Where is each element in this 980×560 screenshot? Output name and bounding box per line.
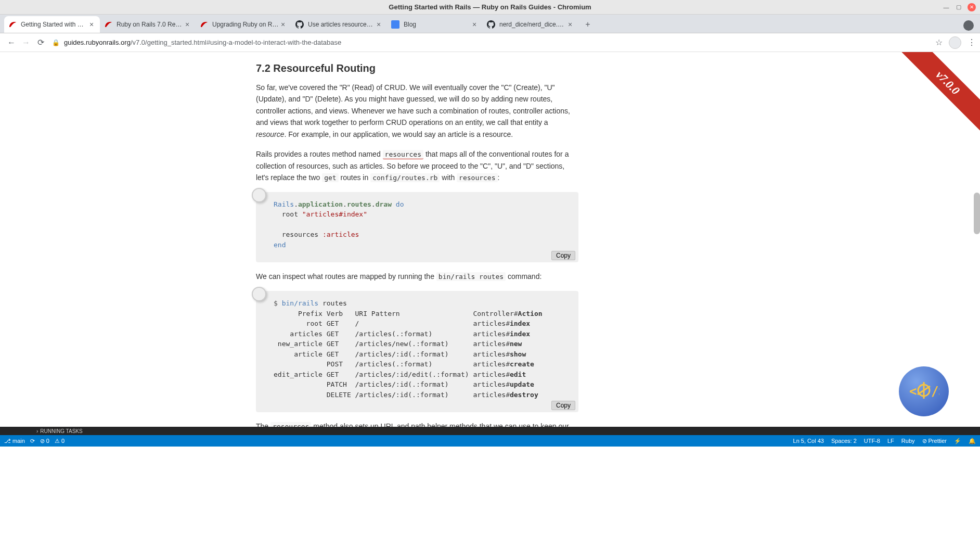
indentation[interactable]: Spaces: 2	[831, 438, 857, 444]
minimize-button[interactable]: —	[943, 4, 950, 11]
api-link-resources[interactable]: resources	[383, 150, 423, 159]
chevron-right-icon: ›	[36, 428, 38, 434]
section-heading: 7.2 Resourceful Routing	[256, 62, 578, 74]
browser-toolbar: ← → ⟳ 🔒 guides.rubyonrails.org/v7.0/gett…	[0, 33, 980, 52]
window-titlebar: Getting Started with Rails — Ruby on Rai…	[0, 0, 980, 15]
running-tasks-label: RUNNING TASKS	[40, 428, 82, 434]
browser-tab[interactable]: Blog×	[387, 16, 483, 33]
prettier-status[interactable]: ⊘ Prettier	[922, 438, 947, 444]
rails-favicon-icon	[104, 20, 112, 29]
paragraph: Rails provides a routes method named res…	[256, 148, 578, 184]
forward-button[interactable]: →	[19, 35, 33, 50]
tab-title: Upgrading Ruby on Rails	[212, 21, 279, 28]
url-path: /v7.0/getting_started.html#using-a-model…	[131, 39, 341, 46]
tab-close-icon[interactable]: ×	[566, 20, 574, 29]
article-content: 7.2 Resourceful Routing So far, we've co…	[235, 52, 599, 427]
tab-title: nerd_dice/nerd_dice.rb a	[499, 21, 566, 28]
menu-button[interactable]: ⋮	[968, 37, 976, 47]
tab-title: Ruby on Rails 7.0 Release	[117, 21, 183, 28]
paragraph: So far, we've covered the "R" (Read) of …	[256, 82, 578, 140]
tab-close-icon[interactable]: ×	[183, 20, 191, 29]
running-tasks-bar[interactable]: › RUNNING TASKS	[0, 427, 980, 435]
eol[interactable]: LF	[887, 438, 894, 444]
paragraph: The resources method also sets up URL an…	[256, 421, 578, 427]
encoding[interactable]: UTF-8	[864, 438, 880, 444]
profile-avatar[interactable]	[949, 36, 961, 49]
blog-favicon-icon	[391, 20, 399, 29]
tab-title: Use articles resource for	[308, 21, 375, 28]
tab-title: Blog	[404, 21, 470, 28]
back-button[interactable]: ←	[4, 35, 19, 50]
language-mode[interactable]: Ruby	[901, 438, 915, 444]
code-block-routes: Rails.application.routes.draw do root "a…	[256, 192, 578, 263]
rails-favicon-icon	[8, 20, 17, 29]
code-block-routes-output: $ bin/rails routes Prefix Verb URI Patte…	[256, 291, 578, 412]
url-host: guides.rubyonrails.org	[64, 39, 131, 46]
profile-indicator-icon[interactable]	[963, 20, 974, 31]
version-ribbon[interactable]: v7.0.0	[892, 52, 980, 141]
tab-title: Getting Started with Rails	[21, 21, 87, 28]
github-favicon-icon	[487, 20, 495, 29]
svg-text:<: <	[909, 384, 917, 399]
extension-badge-icon[interactable]: </>	[899, 366, 949, 416]
gear-icon	[252, 188, 266, 202]
gear-icon	[252, 287, 266, 301]
sync-button[interactable]: ⟳	[30, 438, 35, 444]
page-viewport: v7.0.0 7.2 Resourceful Routing So far, w…	[0, 52, 980, 427]
github-favicon-icon	[295, 20, 304, 29]
browser-tab[interactable]: Use articles resource for×	[291, 16, 387, 33]
window-title: Getting Started with Rails — Ruby on Rai…	[389, 3, 591, 11]
address-bar[interactable]: 🔒 guides.rubyonrails.org/v7.0/getting_st…	[52, 35, 931, 50]
browser-tab[interactable]: Ruby on Rails 7.0 Release×	[100, 16, 196, 33]
tab-close-icon[interactable]: ×	[375, 20, 383, 29]
svg-text:/>: />	[931, 384, 939, 399]
warnings-count[interactable]: ⚠ 0	[55, 438, 65, 444]
reload-button[interactable]: ⟳	[33, 35, 48, 50]
tab-close-icon[interactable]: ×	[87, 20, 96, 29]
lock-icon: 🔒	[52, 39, 60, 46]
git-branch[interactable]: ⎇ main	[4, 438, 25, 444]
close-button[interactable]: ✕	[968, 3, 976, 11]
vscode-statusbar: ⎇ main ⟳ ⊘ 0 ⚠ 0 Ln 5, Col 43 Spaces: 2 …	[0, 435, 980, 447]
copy-button[interactable]: Copy	[551, 401, 575, 410]
maximize-button[interactable]: ▢	[955, 4, 962, 11]
scrollbar-thumb[interactable]	[974, 193, 980, 234]
tab-strip: Getting Started with Rails×Ruby on Rails…	[0, 15, 980, 33]
browser-tab[interactable]: nerd_dice/nerd_dice.rb a×	[483, 16, 578, 33]
errors-count[interactable]: ⊘ 0	[40, 438, 49, 444]
feedback-icon[interactable]: ⚡	[954, 438, 961, 444]
browser-tab[interactable]: Getting Started with Rails×	[4, 16, 100, 33]
notifications-icon[interactable]: 🔔	[969, 438, 976, 444]
window-controls: — ▢ ✕	[943, 3, 976, 11]
tab-close-icon[interactable]: ×	[470, 20, 479, 29]
browser-tab[interactable]: Upgrading Ruby on Rails×	[196, 16, 291, 33]
cursor-position[interactable]: Ln 5, Col 43	[793, 438, 824, 444]
rails-favicon-icon	[200, 20, 208, 29]
bookmark-star-icon[interactable]: ☆	[935, 37, 943, 47]
copy-button[interactable]: Copy	[551, 251, 575, 260]
new-tab-button[interactable]: +	[581, 17, 595, 32]
paragraph: We can inspect what routes are mapped by…	[256, 271, 578, 283]
tab-close-icon[interactable]: ×	[279, 20, 287, 29]
